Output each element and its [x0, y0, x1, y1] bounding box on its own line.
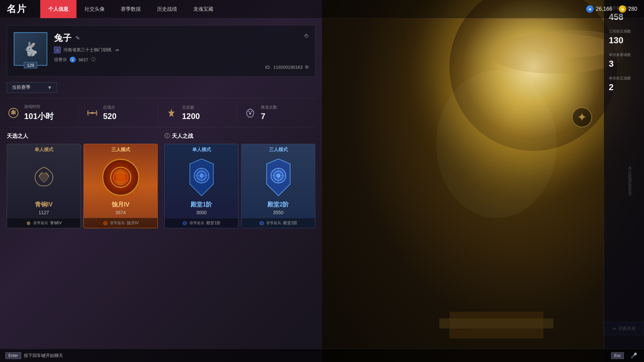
- avatar-image: 🐇: [22, 41, 39, 57]
- season-arrow-icon: ▼: [47, 85, 52, 90]
- currency-gold: ◈ 280: [619, 5, 637, 13]
- matches-icon: [86, 106, 99, 120]
- svg-point-8: [249, 113, 251, 115]
- blue1-season-best: 殿堂1阶: [206, 220, 221, 226]
- side-stat-solo-top5: 单排前五场数 2: [609, 76, 639, 93]
- profile-info: 兔子 ✎ ⚔ 河南省第三十士御门胡桃 ⇌ 信誉分 ◆ 9837 ⓘ: [54, 32, 308, 63]
- dragon-icon: [244, 106, 257, 120]
- matches-value: 520: [103, 112, 116, 121]
- trio-top5-label: 三排前五场数: [609, 29, 639, 34]
- blue1-mode: 单人模式: [165, 144, 238, 156]
- chat-hint-text: 按下回车键开始聊天: [24, 353, 63, 359]
- blue2-mode: 三人模式: [241, 144, 315, 156]
- bronze-points: 1127: [7, 210, 80, 218]
- tab-social-avatar[interactable]: 社交头像: [76, 0, 113, 18]
- blue2-emblem: [241, 156, 315, 199]
- dragon-label: 降龙次数: [261, 105, 277, 110]
- blue2-rank-name: 殿堂2阶: [241, 199, 315, 210]
- tab-history[interactable]: 历史战绩: [149, 0, 185, 18]
- mic-icon[interactable]: 🎤: [631, 352, 637, 359]
- tianren-cards: 单人模式 殿堂1阶: [164, 144, 315, 228]
- stat-dragon: 降龙次数 7: [237, 104, 315, 122]
- tianren-section: ⓘ 天人之战 单人模式: [164, 133, 315, 228]
- currency-display: ● 26,166 ◈ 280: [586, 5, 637, 13]
- tab-personal-info[interactable]: 个人信息: [40, 0, 76, 18]
- copy-icon[interactable]: ⧉: [305, 64, 308, 70]
- credit-gem-icon: ◆: [70, 57, 76, 63]
- compass-decoration: ✦: [572, 107, 592, 127]
- orange-emblem: [84, 156, 157, 199]
- server-switch-icon[interactable]: ⇌: [115, 48, 119, 53]
- server-name: 河南省第三十士御门胡桃: [63, 47, 111, 53]
- season-selector[interactable]: 当前赛季 ▼: [7, 82, 57, 93]
- bronze-footer: 赛季最高 青铜IV: [7, 218, 80, 228]
- kills-icon: [165, 106, 178, 120]
- gold-currency-icon: ◈: [619, 5, 626, 13]
- playtime-label: 游戏时间: [24, 104, 54, 110]
- stat-playtime: 游戏时间 101小时: [7, 104, 79, 122]
- bronze-mode: 单人模式: [7, 144, 80, 156]
- orange-rank-name: 蚀月IV: [84, 199, 157, 210]
- side-stat-solo-matches: 单排参赛场数 3: [609, 52, 639, 69]
- stat-playtime-text: 游戏时间 101小时: [24, 104, 54, 122]
- credit-info-icon[interactable]: ⓘ: [91, 57, 96, 63]
- stat-dragon-text: 降龙次数 7: [261, 105, 277, 121]
- vertical-id-watermark: ID:119200180163S: [628, 167, 631, 195]
- enter-badge: Enter: [5, 352, 21, 359]
- side-stat-trio-top5: 三排前五场数 130: [609, 29, 639, 46]
- profile-id: ID: 119200180163 ⧉: [265, 64, 308, 70]
- orange-points: 3674: [84, 210, 157, 218]
- background-right: [322, 0, 644, 362]
- playtime-value: 101小时: [24, 111, 54, 122]
- server-badge-icon: ⚔: [54, 47, 61, 53]
- svg-point-7: [91, 112, 93, 114]
- side-stats-panel: 三排参赛场数 458 三排前五场数 130 单排参赛场数 3 单排前五场数 2: [604, 0, 644, 362]
- svg-point-2: [436, 70, 557, 218]
- orange-emblem-icon: [102, 159, 139, 196]
- bottom-bar: Enter 按下回车键开始聊天 Esc 🎤: [0, 349, 644, 362]
- gold-currency-value: 280: [628, 6, 637, 12]
- tianren-title: ⓘ 天人之战: [164, 133, 315, 140]
- id-value: 119200180163: [273, 65, 303, 70]
- trio-top5-value: 130: [609, 35, 639, 46]
- rank-card-blue2: 三人模式: [241, 144, 315, 228]
- kills-label: 总击败: [182, 105, 200, 110]
- tab-season-data[interactable]: 赛季数据: [113, 0, 149, 18]
- blue2-season-best-label: 赛季最高: [266, 221, 281, 226]
- solo-top5-value: 2: [609, 82, 639, 93]
- edit-icon[interactable]: ✎: [75, 35, 80, 41]
- orange-mode: 三人模式: [84, 144, 157, 156]
- compass-star-icon: ✦: [577, 110, 587, 124]
- svg-point-11: [103, 221, 107, 225]
- blue2-points: 3550: [241, 210, 315, 218]
- tianyuan-title: 天选之人: [7, 133, 158, 140]
- stat-kills-text: 总击败 1200: [182, 105, 200, 121]
- esc-badge: Esc: [611, 352, 624, 359]
- blue1-footer: 赛季最高 殿堂1阶: [165, 218, 238, 228]
- rank-card-blue1: 单人模式 殿堂1阶: [164, 144, 238, 228]
- stat-matches: 总场次 520: [79, 104, 158, 122]
- profile-header: 🐇 129 兔子 ✎ ⚔ 河南省第三十士御门胡桃 ⇌ 信誉分 ◆ 9837 ⓘ: [14, 32, 308, 66]
- tab-dragon-treasure[interactable]: 龙魂宝藏: [185, 0, 221, 18]
- profile-name: 兔子: [54, 32, 71, 44]
- blue1-points: 3000: [165, 210, 238, 218]
- share-icon[interactable]: ⎋: [305, 32, 308, 39]
- blue-currency-icon: ●: [586, 5, 594, 13]
- blue1-emblem: [165, 156, 238, 199]
- season-label: 当前赛季: [12, 84, 31, 90]
- rank-card-orange: 三人模式 蚀月IV 3674: [84, 144, 158, 228]
- orange-footer: 赛季最高 蚀月IV: [84, 218, 157, 228]
- blue1-rank-name: 殿堂1阶: [165, 199, 238, 210]
- svg-rect-4: [439, 318, 553, 328]
- avatar-level: 129: [24, 62, 37, 68]
- credit-value: 9837: [78, 57, 88, 62]
- currency-blue: ● 26,166: [586, 5, 612, 13]
- bronze-rank-name: 青铜IV: [7, 199, 80, 210]
- tianyuan-section: 天选之人 单人模式 青铜IV: [7, 133, 158, 228]
- orange-season-best-label: 赛季最高: [110, 221, 125, 226]
- stats-row: 游戏时间 101小时 总场次 520: [7, 98, 315, 127]
- solo-matches-value: 3: [609, 59, 639, 69]
- id-label: ID:: [265, 65, 271, 70]
- bronze-emblem: [7, 156, 80, 199]
- dragon-value: 7: [261, 112, 277, 121]
